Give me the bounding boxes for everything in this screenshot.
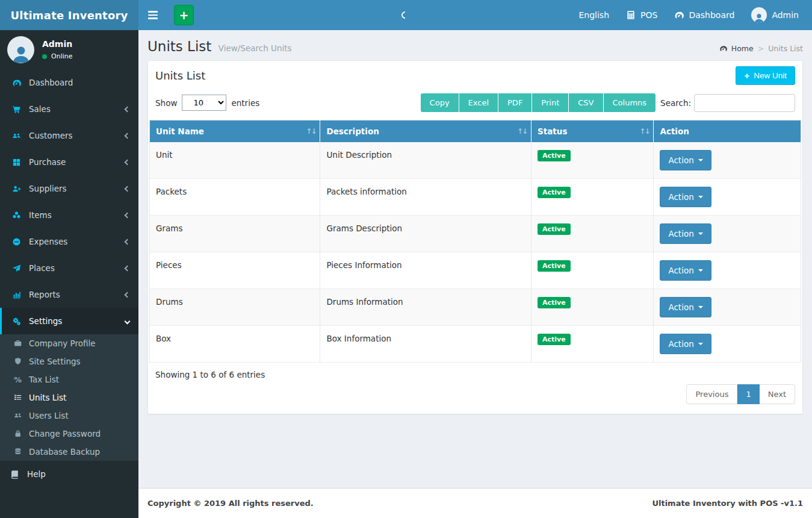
calculator-icon bbox=[626, 10, 636, 20]
copy-button[interactable]: Copy bbox=[421, 93, 459, 112]
status-badge: Active bbox=[538, 223, 571, 235]
sidebar-item-users-list[interactable]: Users List bbox=[0, 407, 138, 425]
action-dropdown-button[interactable]: Action bbox=[660, 260, 711, 281]
chevron-left-icon bbox=[125, 240, 129, 244]
units-table: Unit Name ↑↓ Description ↑↓ Status ↑↓ Ac… bbox=[149, 120, 801, 363]
user-label: Admin bbox=[772, 10, 799, 20]
print-button[interactable]: Print bbox=[532, 93, 569, 112]
lock-icon bbox=[13, 429, 23, 438]
gears-icon bbox=[11, 317, 22, 326]
database-icon bbox=[13, 448, 23, 456]
page-number-button[interactable]: 1 bbox=[737, 384, 759, 404]
dashboard-link[interactable]: Dashboard bbox=[674, 10, 734, 20]
action-dropdown-button[interactable]: Action bbox=[660, 334, 711, 354]
columns-button[interactable]: Columns bbox=[604, 93, 656, 112]
online-status-dot bbox=[42, 54, 47, 59]
sidebar-item-label: Site Settings bbox=[29, 357, 81, 366]
action-dropdown-button[interactable]: Action bbox=[660, 223, 711, 244]
search-input[interactable] bbox=[694, 94, 795, 112]
new-unit-button[interactable]: + New Unit bbox=[736, 66, 795, 85]
show-label: Show bbox=[155, 98, 177, 108]
unit-name-cell: Drums bbox=[150, 289, 320, 326]
sidebar-item-customers[interactable]: Customers bbox=[0, 122, 138, 149]
status-badge: Active bbox=[538, 260, 571, 272]
sidebar-item-places[interactable]: Places bbox=[0, 255, 138, 281]
sidebar-item-units-list[interactable]: Units List bbox=[0, 388, 138, 407]
table-header-row: Unit Name ↑↓ Description ↑↓ Status ↑↓ Ac… bbox=[150, 120, 801, 143]
panel-footer: Showing 1 to 6 of 6 entries Previous 1 N… bbox=[148, 363, 802, 414]
table-row: Packets Packets information Active Actio… bbox=[150, 179, 801, 216]
previous-page-button[interactable]: Previous bbox=[686, 384, 737, 404]
page-length-select[interactable]: 10 bbox=[182, 95, 226, 111]
user-menu[interactable]: Admin bbox=[751, 7, 799, 23]
unit-name-cell: Grams bbox=[150, 216, 320, 252]
list-icon bbox=[13, 393, 23, 402]
action-dropdown-button[interactable]: Action bbox=[660, 297, 711, 317]
brand-logo[interactable]: Ultimate Inventory bbox=[0, 0, 138, 30]
pdf-button[interactable]: PDF bbox=[498, 93, 532, 112]
excel-button[interactable]: Excel bbox=[459, 93, 498, 112]
action-dropdown-button[interactable]: Action bbox=[660, 187, 711, 207]
sidebar-item-reports[interactable]: Reports bbox=[0, 281, 138, 308]
sidebar-item-sales[interactable]: Sales bbox=[0, 96, 138, 122]
sidebar-item-label: Sales bbox=[29, 104, 51, 114]
quick-add-button[interactable]: + bbox=[174, 5, 194, 25]
sidebar-item-label: Places bbox=[29, 263, 55, 273]
unit-name-cell: Pieces bbox=[150, 252, 320, 289]
sort-icon: ↑↓ bbox=[306, 127, 315, 136]
minus-circle-icon bbox=[11, 237, 22, 246]
sidebar-item-label: Settings bbox=[29, 316, 62, 326]
avatar bbox=[7, 36, 34, 63]
breadcrumb: Home > Units List bbox=[719, 39, 803, 53]
status-badge: Active bbox=[538, 334, 571, 345]
next-page-button[interactable]: Next bbox=[760, 384, 795, 404]
action-dropdown-button[interactable]: Action bbox=[660, 150, 711, 170]
status-badge: Active bbox=[538, 297, 571, 308]
plus-icon: + bbox=[179, 8, 189, 22]
sidebar-item-site-settings[interactable]: Site Settings bbox=[0, 352, 138, 370]
breadcrumb-home-link[interactable]: Home bbox=[731, 44, 754, 53]
pagination: Previous 1 Next bbox=[155, 384, 795, 404]
csv-button[interactable]: CSV bbox=[569, 93, 603, 112]
chevron-left-icon bbox=[125, 293, 129, 297]
sidebar-item-label: Suppliers bbox=[29, 184, 67, 193]
sidebar-toggle-button[interactable] bbox=[138, 0, 167, 30]
sidebar-item-database-backup[interactable]: Database Backup bbox=[0, 443, 138, 461]
sidebar-item-company-profile[interactable]: Company Profile bbox=[0, 334, 138, 352]
caret-down-icon bbox=[698, 232, 703, 235]
chevron-left-icon bbox=[125, 134, 129, 138]
dashboard-label: Dashboard bbox=[689, 10, 734, 20]
sidebar-item-expenses[interactable]: Expenses bbox=[0, 228, 138, 255]
caret-down-icon bbox=[698, 343, 703, 345]
book-icon bbox=[9, 470, 20, 479]
description-cell: Grams Description bbox=[320, 216, 532, 252]
status-badge: Active bbox=[538, 150, 571, 161]
sidebar-user-panel: Admin Online bbox=[0, 30, 138, 69]
sidebar-item-dashboard[interactable]: Dashboard bbox=[0, 69, 138, 96]
sidebar-item-purchase[interactable]: Purchase bbox=[0, 149, 138, 175]
sidebar-item-label: Users List bbox=[29, 411, 69, 420]
sidebar-item-label: Database Backup bbox=[29, 447, 100, 457]
column-header-status[interactable]: Status ↑↓ bbox=[532, 120, 654, 143]
sidebar-item-tax-list[interactable]: % Tax List bbox=[0, 370, 138, 388]
sidebar-item-settings[interactable]: Settings bbox=[0, 308, 138, 334]
table-row: Pieces Pieces Information Active Action bbox=[150, 252, 801, 289]
description-cell: Unit Description bbox=[320, 142, 532, 179]
sidebar-item-label: Dashboard bbox=[29, 78, 73, 87]
breadcrumb-current: Units List bbox=[768, 44, 803, 53]
main-content: Units List View/Search Units Home > Unit… bbox=[138, 0, 812, 414]
sidebar-item-help[interactable]: Help bbox=[0, 461, 138, 487]
sidebar-item-suppliers[interactable]: Suppliers bbox=[0, 175, 138, 202]
column-header-description[interactable]: Description ↑↓ bbox=[320, 120, 532, 143]
column-header-unit-name[interactable]: Unit Name ↑↓ bbox=[150, 120, 320, 143]
panel-header: Units List + New Unit bbox=[148, 61, 802, 90]
users-icon bbox=[11, 131, 22, 140]
sidebar-item-label: Company Profile bbox=[29, 339, 96, 348]
sidebar-item-change-password[interactable]: Change Password bbox=[0, 425, 138, 443]
sidebar-item-items[interactable]: Items bbox=[0, 202, 138, 228]
pos-link[interactable]: POS bbox=[626, 10, 657, 20]
breadcrumb-separator: > bbox=[758, 44, 764, 53]
tachometer-icon bbox=[719, 45, 727, 52]
description-cell: Drums Information bbox=[320, 289, 532, 326]
language-menu[interactable]: English bbox=[578, 10, 609, 20]
